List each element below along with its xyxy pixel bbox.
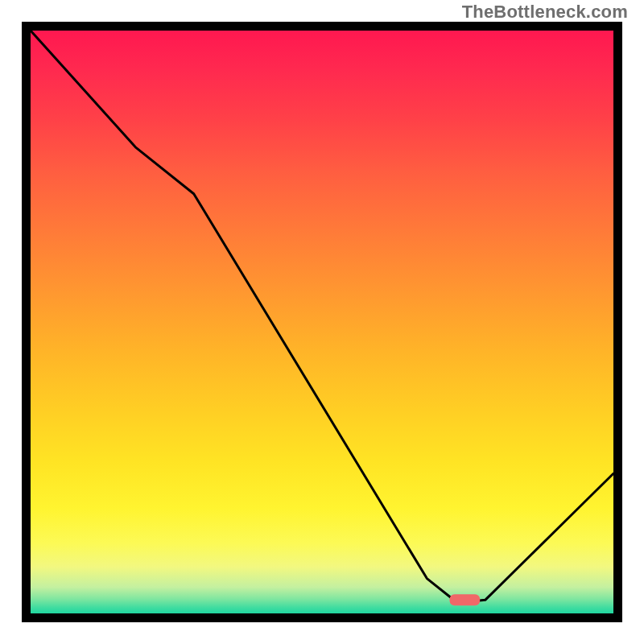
bottleneck-curve [31, 31, 613, 602]
optimal-zone-marker [450, 594, 481, 605]
chart-overlay [31, 31, 613, 613]
watermark-text: TheBottleneck.com [462, 2, 628, 23]
